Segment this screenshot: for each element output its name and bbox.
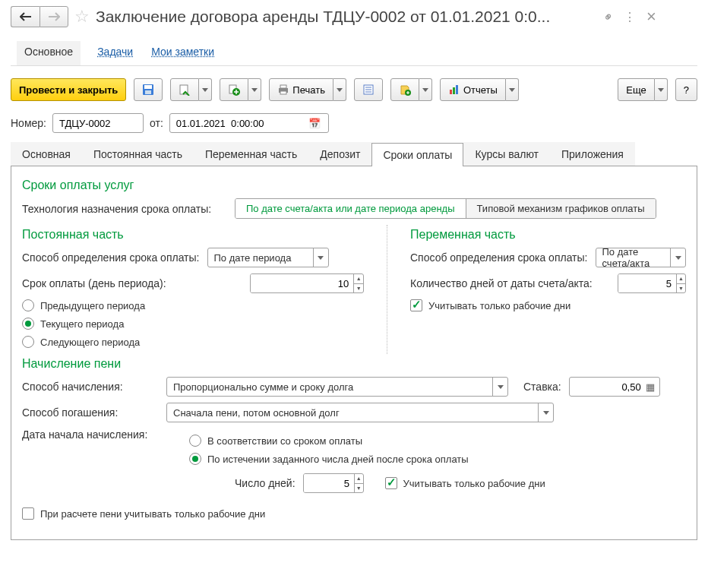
svg-rect-15 [453, 87, 455, 94]
penalty-repay-select[interactable]: Сначала пени, потом основной долг [166, 403, 554, 422]
toggle-by-invoice-date[interactable]: По дате счета/акта или дате периода арен… [235, 199, 466, 218]
rate-label: Ставка: [523, 381, 561, 393]
post-and-close-button[interactable]: Провести и закрыть [11, 78, 126, 101]
calculator-icon[interactable]: ▦ [643, 381, 655, 393]
penalty-startdate-label: Дата начала начисления: [22, 428, 182, 441]
section-payment-terms: Сроки оплаты услуг [22, 179, 686, 192]
tab-variable[interactable]: Переменная часть [194, 142, 308, 166]
print-button[interactable]: Печать [269, 78, 333, 101]
section-penalty: Начисление пени [22, 357, 686, 371]
radio-current-period[interactable]: Текущего периода [22, 318, 364, 330]
nav-forward-button[interactable] [40, 6, 68, 27]
post-button[interactable] [170, 78, 199, 101]
radio-prev-period[interactable]: Предыдущего периода [22, 299, 364, 311]
list-button[interactable] [354, 78, 383, 101]
tab-payment-terms[interactable]: Сроки оплаты [371, 143, 463, 166]
var-method-select[interactable]: По дате счета/акта [596, 248, 687, 267]
number-label: Номер: [11, 117, 46, 129]
create-based-on-dropdown[interactable] [248, 78, 261, 101]
reports-button[interactable]: Отчеты [440, 78, 506, 101]
attachments-button[interactable] [390, 78, 419, 101]
nav-back-button[interactable] [11, 6, 40, 27]
spin-up[interactable]: ▲ [354, 274, 363, 284]
form-tab-main[interactable]: Основное [17, 41, 81, 65]
fixed-method-select[interactable]: По дате периода [207, 248, 329, 267]
var-method-label: Способ определения срока оплаты: [410, 251, 588, 264]
more-dropdown[interactable] [655, 78, 668, 101]
penalty-repay-label: Способ погашения: [22, 406, 159, 419]
nav-arrows [11, 6, 68, 27]
kebab-menu-icon[interactable]: ⋮ [624, 10, 636, 24]
svg-rect-1 [144, 85, 152, 89]
daycount-spinner[interactable]: ▲▼ [303, 473, 364, 493]
from-label: от: [150, 117, 163, 129]
calendar-icon[interactable]: 📅 [305, 118, 324, 129]
penalty-method-label: Способ начисления: [22, 381, 159, 393]
spin-down[interactable]: ▼ [677, 284, 685, 293]
spin-down[interactable]: ▼ [354, 284, 363, 293]
spin-down[interactable]: ▼ [355, 484, 363, 493]
favorite-star-icon[interactable]: ☆ [74, 7, 90, 27]
more-button[interactable]: Еще [618, 78, 654, 101]
section-fixed: Постоянная часть [22, 228, 364, 242]
tab-attachments[interactable]: Приложения [550, 142, 635, 166]
penalty-calc-workdays-check[interactable]: При расчете пени учитывать только рабочи… [22, 507, 686, 520]
daycount-label: Число дней: [235, 477, 296, 489]
spin-up[interactable]: ▲ [355, 474, 363, 484]
print-dropdown[interactable] [333, 78, 346, 101]
reports-dropdown[interactable] [506, 78, 519, 101]
form-tab-notes[interactable]: Мои заметки [150, 41, 216, 65]
fixed-day-label: Срок оплаты (день периода): [22, 277, 242, 289]
tech-label: Технология назначения срока оплаты: [22, 203, 227, 215]
tab-basic[interactable]: Основная [11, 142, 82, 166]
svg-rect-7 [280, 85, 286, 88]
payment-tech-toggle: По дате счета/акта или дате периода арен… [235, 198, 656, 219]
number-field[interactable] [52, 113, 144, 133]
link-icon[interactable]: ⚭ [599, 8, 617, 26]
svg-rect-2 [145, 90, 151, 94]
chevron-down-icon[interactable] [538, 403, 553, 422]
var-days-label: Количество дней от даты счета/акта: [410, 277, 610, 289]
tab-currency[interactable]: Курсы валют [463, 142, 550, 166]
attachments-dropdown[interactable] [419, 78, 432, 101]
toggle-schedule[interactable]: Типовой механизм графиков оплаты [466, 199, 656, 218]
tab-deposit[interactable]: Депозит [308, 142, 371, 166]
page-tabs: Основная Постоянная часть Переменная час… [11, 142, 697, 166]
close-icon[interactable]: × [646, 7, 656, 27]
post-dropdown-button[interactable] [199, 78, 212, 101]
svg-rect-16 [456, 85, 458, 94]
section-variable: Переменная часть [410, 228, 686, 242]
svg-rect-8 [280, 91, 286, 94]
radio-next-period[interactable]: Следующего периода [22, 336, 364, 348]
page-title: Заключение договора аренды ТДЦУ-0002 от … [96, 8, 597, 26]
var-workdays-check[interactable]: Учитывать только рабочие дни [410, 299, 686, 311]
help-button[interactable]: ? [675, 78, 697, 101]
radio-by-payment-term[interactable]: В соответствии со сроком оплаты [189, 435, 545, 447]
chevron-down-icon[interactable] [670, 248, 685, 267]
spin-up[interactable]: ▲ [677, 274, 685, 284]
chevron-down-icon[interactable] [313, 248, 328, 267]
save-button[interactable] [134, 78, 163, 101]
penalty-method-select[interactable]: Пропорционально сумме и сроку долга [166, 377, 508, 397]
chevron-down-icon[interactable] [492, 378, 507, 396]
radio-after-days[interactable]: По истечении заданного числа дней после … [189, 453, 545, 465]
fixed-day-spinner[interactable]: ▲▼ [250, 273, 364, 293]
date-field[interactable]: 📅 [169, 113, 329, 133]
form-tab-tasks[interactable]: Задачи [96, 41, 134, 65]
penalty-workdays-check[interactable]: Учитывать только рабочие дни [385, 477, 545, 489]
rate-field[interactable]: ▦ [569, 377, 660, 397]
svg-rect-14 [450, 90, 452, 94]
create-based-on-button[interactable] [220, 78, 248, 101]
tab-fixed[interactable]: Постоянная часть [82, 142, 194, 166]
fixed-method-label: Способ определения срока оплаты: [22, 251, 200, 264]
var-days-spinner[interactable]: ▲▼ [618, 273, 686, 293]
